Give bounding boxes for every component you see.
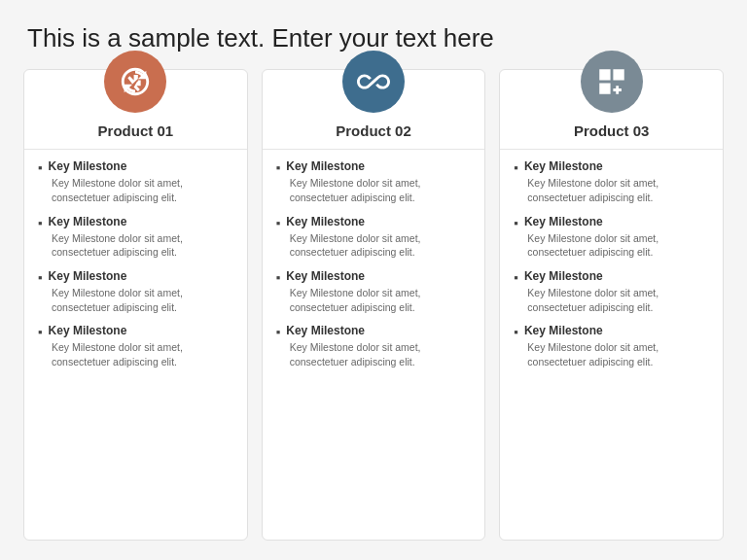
list-item: ▪ Key Milestone Key Milestone dolor sit …: [514, 269, 709, 314]
bullet-icon: ▪: [38, 270, 43, 285]
column-card-product-02: Product 02 ▪ Key Milestone Key Milestone…: [262, 69, 486, 541]
milestone-desc: Key Milestone dolor sit amet, consectetu…: [514, 231, 709, 260]
bullet-icon: ▪: [276, 216, 281, 230]
page-title: This is a sample text. Enter your text h…: [23, 23, 724, 53]
milestone-header: ▪ Key Milestone: [276, 269, 472, 285]
milestone-header: ▪ Key Milestone: [514, 269, 709, 285]
product-03-title: Product 03: [574, 122, 650, 139]
bullet-icon: ▪: [276, 160, 281, 175]
product-03-icon-circle: [581, 51, 643, 113]
bullet-icon: ▪: [514, 160, 518, 175]
list-item: ▪ Key Milestone Key Milestone dolor sit …: [276, 324, 472, 368]
bullet-icon: ▪: [514, 216, 518, 230]
list-item: ▪ Key Milestone Key Milestone dolor sit …: [38, 215, 233, 260]
milestone-header: ▪ Key Milestone: [514, 324, 709, 339]
page-container: This is a sample text. Enter your text h…: [0, 0, 747, 560]
product-02-icon-circle: [342, 51, 405, 113]
milestone-desc: Key Milestone dolor sit amet, consectetu…: [276, 231, 472, 260]
milestone-title: Key Milestone: [524, 269, 603, 283]
milestone-title: Key Milestone: [286, 269, 365, 283]
milestone-header: ▪ Key Milestone: [276, 324, 472, 339]
milestone-title: Key Milestone: [49, 324, 127, 337]
list-item: ▪ Key Milestone Key Milestone dolor sit …: [514, 159, 709, 204]
infinity-icon: [357, 65, 390, 98]
list-item: ▪ Key Milestone Key Milestone dolor sit …: [514, 324, 709, 368]
milestone-desc: Key Milestone dolor sit amet, consectetu…: [276, 176, 472, 204]
milestone-title: Key Milestone: [49, 159, 127, 173]
bullet-icon: ▪: [276, 270, 281, 285]
milestone-header: ▪ Key Milestone: [514, 215, 709, 230]
milestone-header: ▪ Key Milestone: [276, 215, 472, 230]
milestone-header: ▪ Key Milestone: [38, 269, 233, 285]
milestone-header: ▪ Key Milestone: [38, 159, 233, 175]
milestone-desc: Key Milestone dolor sit amet, consectetu…: [38, 286, 233, 314]
product-02-title: Product 02: [336, 122, 411, 139]
product-01-title: Product 01: [98, 122, 174, 139]
list-item: ▪ Key Milestone Key Milestone dolor sit …: [38, 324, 233, 368]
product-03-milestones: ▪ Key Milestone Key Milestone dolor sit …: [500, 159, 723, 369]
milestone-title: Key Milestone: [49, 215, 127, 228]
bullet-icon: ▪: [514, 325, 518, 339]
bullet-icon: ▪: [38, 325, 43, 339]
milestone-title: Key Milestone: [49, 269, 127, 283]
bullet-icon: ▪: [276, 325, 281, 339]
bullet-icon: ▪: [514, 270, 518, 285]
milestone-header: ▪ Key Milestone: [38, 215, 233, 230]
milestone-desc: Key Milestone dolor sit amet, consectetu…: [514, 340, 709, 368]
milestone-title: Key Milestone: [286, 215, 365, 228]
milestone-title: Key Milestone: [524, 159, 603, 173]
recycle-icon: [119, 65, 152, 98]
list-item: ▪ Key Milestone Key Milestone dolor sit …: [38, 269, 233, 314]
product-01-divider: [24, 149, 247, 150]
milestone-desc: Key Milestone dolor sit amet, consectetu…: [276, 286, 472, 314]
milestone-title: Key Milestone: [286, 324, 365, 337]
milestone-desc: Key Milestone dolor sit amet, consectetu…: [514, 176, 709, 204]
product-02-milestones: ▪ Key Milestone Key Milestone dolor sit …: [263, 159, 485, 369]
milestone-desc: Key Milestone dolor sit amet, consectetu…: [38, 231, 233, 260]
product-01-icon-circle: [104, 51, 166, 113]
milestone-title: Key Milestone: [524, 324, 603, 337]
milestone-desc: Key Milestone dolor sit amet, consectetu…: [38, 176, 233, 204]
milestone-title: Key Milestone: [524, 215, 603, 228]
milestone-desc: Key Milestone dolor sit amet, consectetu…: [276, 340, 472, 368]
list-item: ▪ Key Milestone Key Milestone dolor sit …: [514, 215, 709, 260]
list-item: ▪ Key Milestone Key Milestone dolor sit …: [276, 269, 472, 314]
list-item: ▪ Key Milestone Key Milestone dolor sit …: [38, 159, 233, 204]
bullet-icon: ▪: [38, 216, 43, 230]
product-01-milestones: ▪ Key Milestone Key Milestone dolor sit …: [24, 159, 247, 369]
list-item: ▪ Key Milestone Key Milestone dolor sit …: [276, 159, 472, 204]
boxes-icon: [595, 65, 628, 98]
bullet-icon: ▪: [38, 160, 43, 175]
milestone-header: ▪ Key Milestone: [276, 159, 472, 175]
milestone-header: ▪ Key Milestone: [38, 324, 233, 339]
product-02-divider: [263, 149, 485, 150]
milestone-header: ▪ Key Milestone: [514, 159, 709, 175]
milestone-desc: Key Milestone dolor sit amet, consectetu…: [38, 340, 233, 368]
column-card-product-03: Product 03 ▪ Key Milestone Key Milestone…: [499, 69, 724, 541]
columns-container: Product 01 ▪ Key Milestone Key Milestone…: [23, 69, 724, 541]
milestone-desc: Key Milestone dolor sit amet, consectetu…: [514, 286, 709, 314]
milestone-title: Key Milestone: [286, 159, 365, 173]
column-card-product-01: Product 01 ▪ Key Milestone Key Milestone…: [23, 69, 248, 541]
product-03-divider: [500, 149, 723, 150]
list-item: ▪ Key Milestone Key Milestone dolor sit …: [276, 215, 472, 260]
